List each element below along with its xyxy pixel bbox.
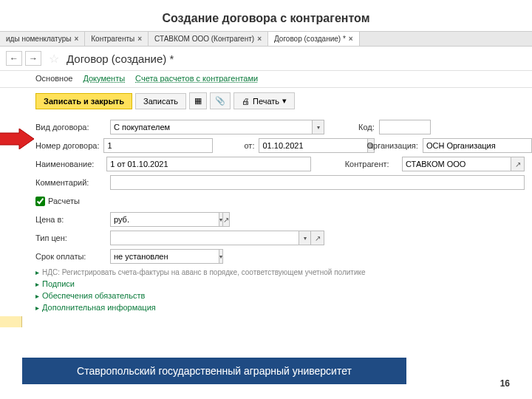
org-input[interactable] xyxy=(423,138,532,153)
print-button[interactable]: 🖨 Печать ▾ xyxy=(233,92,295,109)
document-icon: ▦ xyxy=(194,96,202,106)
tab-label: СТАВКОМ ООО (Контрагент) xyxy=(154,35,254,43)
exp-label: Дополнительная информация xyxy=(42,303,156,312)
close-icon[interactable]: × xyxy=(257,35,262,43)
subnav-main[interactable]: Основное xyxy=(35,74,72,83)
page-header: ← → ☆ Договор (создание) * xyxy=(0,47,532,71)
exp-label: Подписи xyxy=(42,279,75,288)
attach-button[interactable]: 📎 xyxy=(210,92,231,109)
contract-type-input[interactable] xyxy=(110,120,313,134)
slide-title: Создание договора с контрагентом xyxy=(0,0,532,31)
chevron-down-icon[interactable]: ▾ xyxy=(313,120,324,134)
chevron-down-icon[interactable]: ▾ xyxy=(219,249,223,264)
label-price-in: Цена в: xyxy=(35,215,106,224)
calcs-checkbox[interactable]: Расчеты xyxy=(35,197,80,206)
tab-stavkom[interactable]: СТАВКОМ ООО (Контрагент)× xyxy=(149,32,268,46)
pay-term-input[interactable] xyxy=(110,249,219,264)
price-in-input[interactable] xyxy=(110,212,219,227)
comment-input[interactable] xyxy=(110,175,525,190)
save-button[interactable]: Записать xyxy=(135,93,186,109)
paperclip-icon: 📎 xyxy=(215,96,225,106)
exp-label: Обеспечения обязательств xyxy=(42,291,145,300)
tab-strip: иды номенклатуры× Контрагенты× СТАВКОМ О… xyxy=(0,32,532,47)
obligations-expander[interactable]: ▸Обеспечения обязательств xyxy=(35,290,525,301)
label-number: Номер договора: xyxy=(35,141,99,150)
signatures-expander[interactable]: ▸Подписи xyxy=(35,278,525,290)
favorite-icon[interactable]: ☆ xyxy=(49,52,59,66)
chevron-right-icon: ▸ xyxy=(35,268,39,276)
label-counterparty: Контрагент: xyxy=(345,160,398,168)
tab-label: иды номенклатуры xyxy=(6,35,71,43)
chevron-right-icon: ▸ xyxy=(35,280,39,288)
label-org: Организация: xyxy=(366,141,417,150)
label-comment: Комментарий: xyxy=(35,178,106,187)
report-button[interactable]: ▦ xyxy=(189,92,207,109)
calcs-label: Расчеты xyxy=(48,197,80,205)
label-pay-term: Срок оплаты: xyxy=(35,252,106,261)
subnav: Основное Документы Счета расчетов с конт… xyxy=(0,71,532,88)
pay-term-select[interactable]: ▾ xyxy=(110,249,199,264)
open-picker-icon[interactable]: ↗ xyxy=(511,157,525,171)
label-code: Код: xyxy=(358,123,375,132)
open-picker-icon[interactable]: ↗ xyxy=(311,231,324,245)
counterparty-select[interactable]: ↗ xyxy=(402,157,525,171)
footer-bar: Ставропольский государственный аграрный … xyxy=(22,358,406,384)
subnav-docs[interactable]: Документы xyxy=(83,74,125,83)
tab-nomenclature[interactable]: иды номенклатуры× xyxy=(0,32,85,46)
print-icon: 🖨 xyxy=(242,97,250,106)
tab-contract-create[interactable]: Договор (создание) *× xyxy=(268,32,360,46)
chevron-right-icon: ▸ xyxy=(35,292,39,300)
close-icon[interactable]: × xyxy=(74,35,78,43)
save-close-button[interactable]: Записать и закрыть xyxy=(35,93,132,109)
additional-info-expander[interactable]: ▸Дополнительная информация xyxy=(35,301,525,313)
label-name: Наименование: xyxy=(35,160,102,168)
name-input[interactable] xyxy=(106,157,310,171)
page-title: Договор (создание) * xyxy=(66,52,174,65)
print-label: Печать xyxy=(253,97,279,106)
form: Вид договора: ▾ Код: Номер договора: от:… xyxy=(0,114,532,316)
app-frame: иды номенклатуры× Контрагенты× СТАВКОМ О… xyxy=(0,31,532,316)
svg-marker-0 xyxy=(0,129,34,149)
label-price-type: Тип цен: xyxy=(35,233,106,242)
label-from: от: xyxy=(244,141,254,150)
tab-counterparties[interactable]: Контрагенты× xyxy=(85,32,149,46)
close-icon[interactable]: × xyxy=(137,35,142,43)
price-in-select[interactable]: ▾ ↗ xyxy=(110,212,184,227)
nds-expander[interactable]: ▸НДС: Регистрировать счета-фактуры на ав… xyxy=(35,267,525,278)
date-from-input[interactable] xyxy=(259,138,368,153)
forward-button[interactable]: → xyxy=(25,51,41,66)
back-button[interactable]: ← xyxy=(6,51,22,66)
tab-label: Контрагенты xyxy=(91,35,134,43)
subnav-accounts[interactable]: Счета расчетов с контрагентами xyxy=(135,74,258,83)
open-picker-icon[interactable]: ↗ xyxy=(223,212,230,227)
tab-label: Договор (создание) * xyxy=(274,35,346,43)
calcs-checkbox-input[interactable] xyxy=(35,197,45,206)
price-type-select[interactable]: ▾ ↗ xyxy=(110,231,324,245)
date-from-field[interactable]: ▥ xyxy=(259,138,332,153)
chevron-down-icon[interactable]: ▾ xyxy=(299,231,311,245)
chevron-right-icon: ▸ xyxy=(35,304,39,312)
price-type-input[interactable] xyxy=(110,231,299,245)
chevron-down-icon: ▾ xyxy=(282,96,287,106)
arrow-callout xyxy=(0,129,34,149)
label-contract-type: Вид договора: xyxy=(35,123,106,132)
contract-type-select[interactable]: ▾ xyxy=(110,120,324,134)
close-icon[interactable]: × xyxy=(349,35,353,43)
number-input[interactable] xyxy=(103,138,213,153)
org-select[interactable]: ▾ �… xyxy=(423,138,532,153)
nds-note: НДС: Регистрировать счета-фактуры на ава… xyxy=(42,268,366,276)
action-bar: Записать и закрыть Записать ▦ 📎 🖨 Печать… xyxy=(0,88,532,114)
code-input[interactable] xyxy=(379,120,431,134)
counterparty-input[interactable] xyxy=(402,157,511,171)
page-number: 16 xyxy=(500,378,510,389)
